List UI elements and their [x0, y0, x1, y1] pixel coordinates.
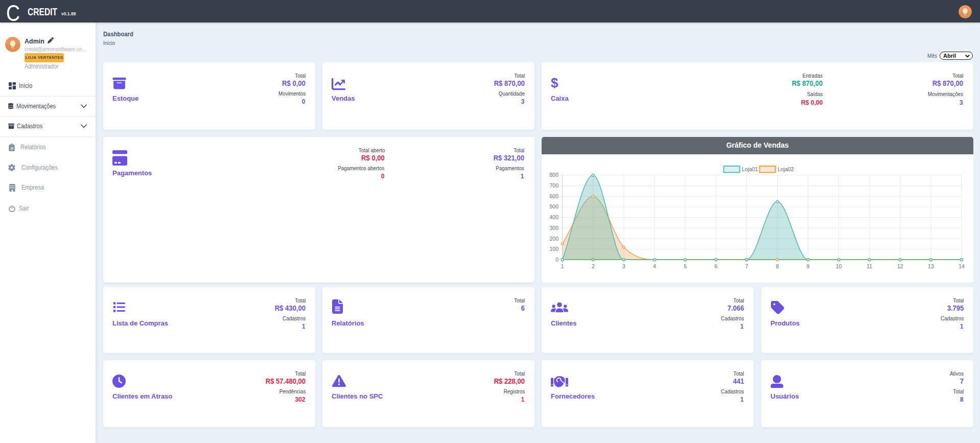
svg-text:300: 300 [549, 225, 558, 231]
svg-text:Loja01: Loja01 [742, 166, 758, 172]
svg-text:14: 14 [959, 263, 965, 269]
svg-text:7: 7 [745, 263, 748, 269]
svg-text:200: 200 [549, 236, 558, 242]
svg-text:5: 5 [684, 263, 687, 269]
svg-text:6: 6 [714, 263, 717, 269]
svg-text:3: 3 [622, 263, 625, 269]
svg-text:800: 800 [549, 172, 558, 178]
svg-text:1: 1 [561, 263, 564, 269]
svg-text:13: 13 [928, 263, 934, 269]
svg-text:12: 12 [897, 263, 903, 269]
svg-text:9: 9 [807, 263, 810, 269]
svg-text:8: 8 [776, 263, 779, 269]
svg-text:600: 600 [549, 193, 558, 199]
svg-text:4: 4 [653, 263, 656, 269]
svg-text:700: 700 [549, 182, 558, 189]
svg-text:11: 11 [867, 263, 872, 269]
svg-text:0: 0 [555, 257, 558, 263]
svg-text:500: 500 [549, 203, 558, 209]
svg-text:400: 400 [549, 214, 558, 220]
svg-text:100: 100 [549, 246, 558, 252]
svg-text:2: 2 [592, 263, 595, 269]
svg-text:10: 10 [836, 263, 842, 269]
svg-text:Loja02: Loja02 [778, 166, 794, 172]
